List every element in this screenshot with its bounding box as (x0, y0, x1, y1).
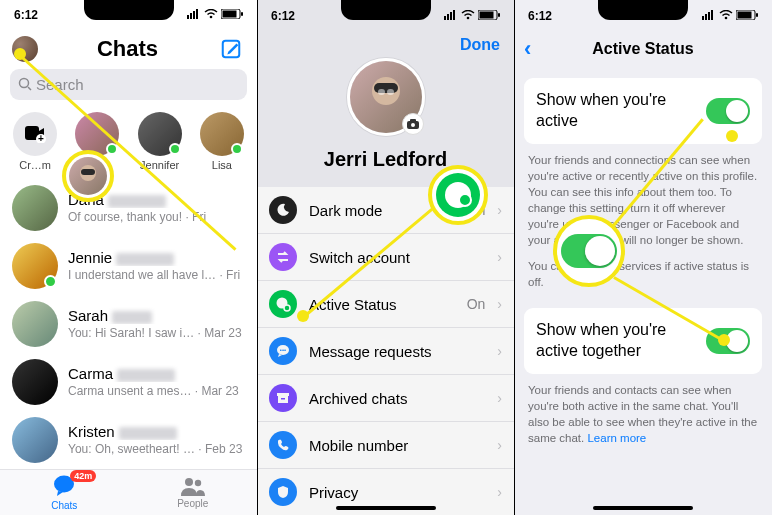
svg-rect-2 (193, 11, 195, 19)
svg-rect-41 (708, 12, 710, 20)
chat-preview: Of course, thank you! · Fri (68, 210, 245, 224)
svg-text:•••: ••• (280, 347, 286, 353)
svg-point-21 (467, 17, 470, 20)
settings-list: Dark modeSystem› Switch account› Active … (257, 187, 514, 515)
svg-rect-23 (480, 12, 494, 19)
active-toggle[interactable] (706, 98, 750, 124)
annotation-highlight (553, 215, 625, 287)
done-button[interactable]: Done (460, 36, 500, 54)
switch-account-icon (269, 243, 297, 271)
battery-icon (736, 9, 758, 23)
camera-icon[interactable] (402, 113, 424, 135)
svg-rect-38 (281, 398, 285, 400)
svg-rect-24 (498, 13, 500, 17)
svg-rect-40 (705, 14, 707, 20)
stories-row: + Cr…m …a Jennifer Lisa (0, 108, 257, 179)
annotation-highlight (428, 165, 488, 225)
svg-line-10 (28, 87, 31, 90)
chat-name: Kristen (68, 423, 115, 440)
status-time: 6:12 (271, 9, 295, 23)
compose-button[interactable] (217, 35, 245, 63)
chevron-right-icon: › (497, 343, 502, 359)
description-text: Your friends and contacts can see when y… (528, 382, 758, 446)
chat-name: Carma (68, 365, 113, 382)
annotation-dot (297, 310, 309, 322)
profile-name: Jerri Ledford (324, 148, 447, 171)
home-indicator (593, 506, 693, 510)
status-bar: 6:12 (514, 0, 772, 32)
search-input[interactable]: Search (10, 69, 247, 100)
chat-name: Sarah (68, 307, 108, 324)
chat-row[interactable]: Jennie I understand we all have l… · Fri (0, 237, 257, 295)
svg-point-9 (20, 79, 29, 88)
chat-preview: I understand we all have l… · Fri (68, 268, 245, 282)
settings-row-mobile-number[interactable]: Mobile number› (257, 421, 514, 468)
svg-text:+: + (38, 133, 44, 143)
tab-bar: 42m Chats People (0, 469, 257, 515)
chevron-right-icon: › (497, 202, 502, 218)
chat-preview: You: Hi Sarah! I saw i… · Mar 23 (68, 326, 245, 340)
settings-row-active-status[interactable]: Active StatusOn› (257, 280, 514, 327)
svg-rect-18 (447, 14, 449, 20)
tab-label: People (177, 498, 208, 509)
settings-row-switch-account[interactable]: Switch account› (257, 233, 514, 280)
svg-point-33 (284, 305, 290, 311)
svg-rect-19 (450, 12, 452, 20)
story-label: Cr…m (19, 159, 51, 171)
settings-value: On (467, 296, 486, 312)
chevron-right-icon: › (497, 296, 502, 312)
tab-label: Chats (51, 500, 77, 511)
learn-more-link[interactable]: Learn more (587, 432, 646, 444)
status-bar: 6:12 (0, 0, 257, 31)
wifi-icon (461, 9, 475, 23)
svg-rect-7 (241, 12, 243, 16)
story-label: Lisa (212, 159, 232, 171)
settings-label: Message requests (309, 343, 485, 360)
toggle-label: Show when you're active together (536, 320, 706, 362)
svg-rect-20 (453, 10, 455, 20)
annotation-dot (726, 130, 738, 142)
settings-row-archived[interactable]: Archived chats› (257, 374, 514, 421)
mobile-number-icon (269, 431, 297, 459)
signal-icon (444, 9, 458, 23)
phone-chats: 6:12 Chats Search + Cr…m …a Jennifer (0, 0, 257, 515)
tab-chats[interactable]: 42m Chats (0, 470, 129, 515)
chat-row[interactable]: Dana Of course, thank you! · Fri (0, 179, 257, 237)
phone-settings: 6:12 Done Jerri Ledford Dark modeSystem›… (257, 0, 514, 515)
settings-label: Privacy (309, 484, 485, 501)
annotation-highlight (62, 150, 114, 202)
tab-people[interactable]: People (129, 470, 258, 515)
svg-rect-45 (738, 12, 752, 19)
svg-rect-30 (410, 119, 416, 122)
svg-rect-39 (702, 16, 704, 20)
status-time: 6:12 (528, 9, 552, 23)
svg-rect-17 (444, 16, 446, 20)
svg-rect-48 (81, 169, 95, 175)
chevron-right-icon: › (497, 484, 502, 500)
svg-rect-0 (187, 15, 189, 19)
signal-icon (187, 8, 201, 22)
svg-point-16 (195, 480, 201, 486)
create-story[interactable]: + Cr…m (4, 112, 66, 171)
svg-rect-42 (711, 10, 713, 20)
home-indicator (336, 506, 436, 510)
settings-label: Mobile number (309, 437, 485, 454)
settings-label: Active Status (309, 296, 455, 313)
archived-chats-icon (269, 384, 297, 412)
settings-row-message-requests[interactable]: •••Message requests› (257, 327, 514, 374)
profile-photo[interactable] (347, 58, 425, 136)
active-status-icon (269, 290, 297, 318)
chevron-right-icon: › (497, 437, 502, 453)
story-item[interactable]: Lisa (191, 112, 253, 171)
chat-list: Dana Of course, thank you! · Fri Jennie … (0, 179, 257, 469)
chat-row[interactable]: Carma Carma unsent a mes… · Mar 23 (0, 353, 257, 411)
page-title: Active Status (514, 40, 772, 58)
chat-row[interactable]: Sarah You: Hi Sarah! I saw i… · Mar 23 (0, 295, 257, 353)
toggle-label: Show when you're active (536, 90, 706, 132)
chevron-right-icon: › (497, 249, 502, 265)
signal-icon (702, 9, 716, 23)
battery-icon (221, 8, 243, 22)
status-bar: 6:12 (257, 0, 514, 32)
svg-point-31 (411, 123, 415, 127)
chat-row[interactable]: Kristen You: Oh, sweetheart! … · Feb 23 (0, 411, 257, 469)
